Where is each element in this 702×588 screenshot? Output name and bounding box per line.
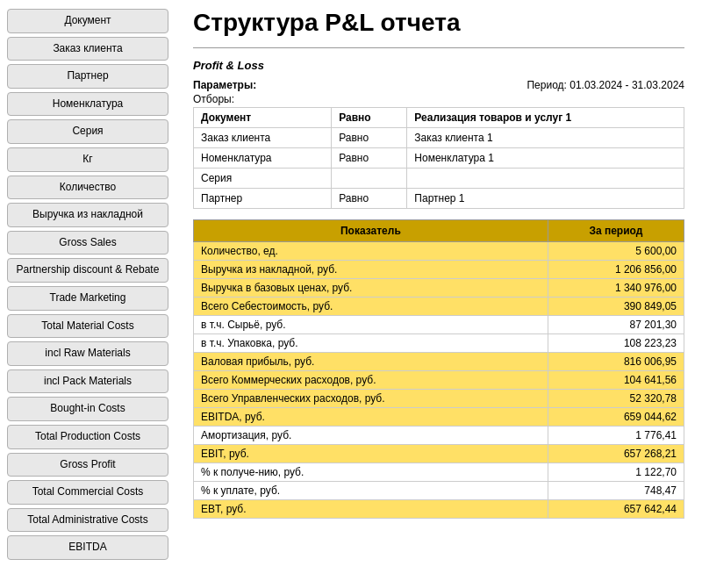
params-row: Параметры: Период: 01.03.2024 - 31.03.20… xyxy=(193,79,684,91)
filter-cell: Номенклатура 1 xyxy=(407,148,684,169)
row-value: 657 642,44 xyxy=(548,500,684,519)
filter-cell: Равно xyxy=(332,148,407,169)
row-value: 5 600,00 xyxy=(548,242,684,261)
sidebar-item[interactable]: Заказ клиента xyxy=(7,37,168,61)
selections-row: Отборы: xyxy=(193,93,684,105)
row-value: 390 849,05 xyxy=(548,298,684,316)
row-value: 52 320,78 xyxy=(548,390,684,408)
sidebar-item[interactable]: Bought-in Costs xyxy=(7,397,168,421)
sidebar-item[interactable]: Партнер xyxy=(7,64,168,89)
params-label: Параметры: xyxy=(193,79,256,91)
filter-cell: Партнер 1 xyxy=(407,189,684,209)
sidebar-item[interactable]: Gross Sales xyxy=(7,231,168,255)
row-value: 87 201,30 xyxy=(548,316,684,334)
sidebar: ДокументЗаказ клиентаПартнерНоменклатура… xyxy=(0,0,176,588)
data-header-1: За период xyxy=(548,220,684,242)
row-label: в т.ч. Сырьё, руб. xyxy=(194,316,548,334)
row-label: в т.ч. Упаковка, руб. xyxy=(194,334,548,353)
sidebar-item[interactable]: Total Commercial Costs xyxy=(7,480,168,505)
filter-col-1: Равно xyxy=(332,108,407,128)
row-value: 748,47 xyxy=(548,482,684,500)
sidebar-item[interactable]: Количество xyxy=(7,176,168,200)
sidebar-item[interactable]: Partnership discount & Rebate xyxy=(7,258,168,283)
row-label: EBIT, руб. xyxy=(194,445,548,463)
sidebar-item[interactable]: Total Production Costs xyxy=(7,425,168,449)
filter-cell xyxy=(407,169,684,189)
row-value: 1 206 856,00 xyxy=(548,261,684,279)
sidebar-item[interactable]: Документ xyxy=(7,9,168,33)
table-row: Всего Себестоимость, руб.390 849,05 xyxy=(194,298,684,316)
row-label: % к уплате, руб. xyxy=(194,482,548,500)
row-value: 108 223,23 xyxy=(548,334,684,353)
row-label: Всего Себестоимость, руб. xyxy=(194,298,548,316)
sidebar-item[interactable]: Номенклатура xyxy=(7,92,168,117)
main-content: Структура P&L отчета Profit & Loss Парам… xyxy=(176,0,702,588)
filter-col-0: Документ xyxy=(194,108,332,128)
table-row: Всего Управленческих расходов, руб.52 32… xyxy=(194,390,684,408)
row-label: Всего Коммерческих расходов, руб. xyxy=(194,371,548,390)
row-value: 657 268,21 xyxy=(548,445,684,463)
filter-cell xyxy=(332,169,407,189)
sidebar-item[interactable]: Gross Profit xyxy=(7,453,168,477)
row-label: Количество, ед. xyxy=(194,242,548,261)
table-row: EBT, руб.657 642,44 xyxy=(194,500,684,519)
sidebar-item[interactable]: incl Raw Materials xyxy=(7,341,168,366)
table-row: EBIT, руб.657 268,21 xyxy=(194,445,684,463)
page-title: Структура P&L отчета xyxy=(193,9,684,37)
filter-cell: Равно xyxy=(332,189,407,209)
table-row: EBITDA, руб.659 044,62 xyxy=(194,408,684,427)
table-row: Всего Коммерческих расходов, руб.104 641… xyxy=(194,371,684,390)
row-value: 1 340 976,00 xyxy=(548,279,684,298)
row-label: EBT, руб. xyxy=(194,500,548,519)
table-row: % к получе-нию, руб.1 122,70 xyxy=(194,463,684,482)
data-table: Показатель За период Количество, ед.5 60… xyxy=(193,219,684,519)
table-row: в т.ч. Сырьё, руб.87 201,30 xyxy=(194,316,684,334)
sidebar-item[interactable]: Кг xyxy=(7,147,168,172)
data-header-0: Показатель xyxy=(194,220,548,242)
sidebar-item[interactable]: Серия xyxy=(7,119,168,144)
sidebar-item[interactable]: Trade Marketing xyxy=(7,286,168,311)
section-label: Profit & Loss xyxy=(193,59,684,72)
filter-col-2: Реализация товаров и услуг 1 xyxy=(407,108,684,128)
table-row: Выручка из накладной, руб.1 206 856,00 xyxy=(194,261,684,279)
sidebar-item[interactable]: EBITDA xyxy=(7,535,168,560)
filter-cell: Равно xyxy=(332,128,407,148)
sidebar-item[interactable]: Total Administrative Costs xyxy=(7,508,168,533)
table-row: Амортизация, руб.1 776,41 xyxy=(194,427,684,445)
row-label: Амортизация, руб. xyxy=(194,427,548,445)
sidebar-item[interactable]: incl Pack Materials xyxy=(7,369,168,394)
filter-table: Документ Равно Реализация товаров и услу… xyxy=(193,107,684,209)
filter-cell: Партнер xyxy=(194,189,332,209)
filter-cell: Серия xyxy=(194,169,332,189)
table-row: Количество, ед.5 600,00 xyxy=(194,242,684,261)
period-value: Период: 01.03.2024 - 31.03.2024 xyxy=(526,79,684,91)
filter-cell: Номенклатура xyxy=(194,148,332,169)
row-value: 816 006,95 xyxy=(548,353,684,371)
row-label: Всего Управленческих расходов, руб. xyxy=(194,390,548,408)
sidebar-item[interactable]: Выручка из накладной xyxy=(7,203,168,227)
row-label: EBITDA, руб. xyxy=(194,408,548,427)
row-label: Выручка из накладной, руб. xyxy=(194,261,548,279)
table-row: в т.ч. Упаковка, руб.108 223,23 xyxy=(194,334,684,353)
selections-label: Отборы: xyxy=(193,93,234,105)
sidebar-item[interactable]: Total Material Costs xyxy=(7,314,168,339)
table-row: Выручка в базовых ценах, руб.1 340 976,0… xyxy=(194,279,684,298)
filter-cell: Заказ клиента 1 xyxy=(407,128,684,148)
row-value: 104 641,56 xyxy=(548,371,684,390)
row-value: 1 122,70 xyxy=(548,463,684,482)
row-label: Выручка в базовых ценах, руб. xyxy=(194,279,548,298)
row-label: Валовая прибыль, руб. xyxy=(194,353,548,371)
table-row: Валовая прибыль, руб.816 006,95 xyxy=(194,353,684,371)
row-label: % к получе-нию, руб. xyxy=(194,463,548,482)
row-value: 1 776,41 xyxy=(548,427,684,445)
row-value: 659 044,62 xyxy=(548,408,684,427)
filter-cell: Заказ клиента xyxy=(194,128,332,148)
table-row: % к уплате, руб.748,47 xyxy=(194,482,684,500)
